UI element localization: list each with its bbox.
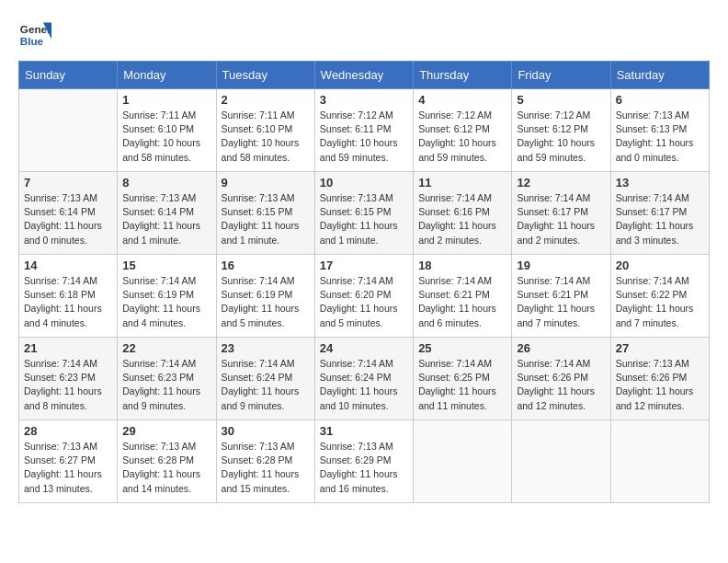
weekday-header-tuesday: Tuesday [216, 62, 314, 89]
day-info: Sunrise: 7:13 AM Sunset: 6:14 PM Dayligh… [122, 191, 210, 247]
calendar-cell: 8Sunrise: 7:13 AM Sunset: 6:14 PM Daylig… [118, 172, 216, 255]
calendar-cell: 12Sunrise: 7:14 AM Sunset: 6:17 PM Dayli… [512, 172, 610, 255]
day-info: Sunrise: 7:14 AM Sunset: 6:24 PM Dayligh… [222, 357, 310, 413]
day-info: Sunrise: 7:14 AM Sunset: 6:26 PM Dayligh… [517, 357, 605, 413]
day-info: Sunrise: 7:13 AM Sunset: 6:28 PM Dayligh… [222, 440, 310, 496]
calendar-week-3: 14Sunrise: 7:14 AM Sunset: 6:18 PM Dayli… [19, 255, 710, 338]
day-info: Sunrise: 7:13 AM Sunset: 6:14 PM Dayligh… [24, 191, 112, 247]
day-info: Sunrise: 7:14 AM Sunset: 6:17 PM Dayligh… [616, 191, 704, 247]
calendar-cell: 3Sunrise: 7:12 AM Sunset: 6:11 PM Daylig… [314, 89, 413, 172]
day-info: Sunrise: 7:14 AM Sunset: 6:21 PM Dayligh… [418, 274, 506, 330]
calendar-cell [610, 420, 709, 503]
day-number: 17 [320, 259, 408, 272]
calendar-cell: 6Sunrise: 7:13 AM Sunset: 6:13 PM Daylig… [610, 89, 709, 172]
calendar-cell: 21Sunrise: 7:14 AM Sunset: 6:23 PM Dayli… [19, 338, 118, 420]
day-number: 29 [122, 424, 210, 438]
day-number: 3 [320, 93, 408, 107]
calendar-cell: 28Sunrise: 7:13 AM Sunset: 6:27 PM Dayli… [19, 420, 118, 503]
calendar-week-5: 28Sunrise: 7:13 AM Sunset: 6:27 PM Dayli… [19, 420, 710, 503]
calendar-cell [19, 89, 118, 172]
day-info: Sunrise: 7:12 AM Sunset: 6:12 PM Dayligh… [517, 109, 605, 165]
day-info: Sunrise: 7:11 AM Sunset: 6:10 PM Dayligh… [122, 109, 210, 165]
calendar-week-2: 7Sunrise: 7:13 AM Sunset: 6:14 PM Daylig… [19, 172, 710, 255]
day-number: 25 [418, 341, 506, 355]
day-number: 26 [517, 341, 605, 355]
calendar-cell: 10Sunrise: 7:13 AM Sunset: 6:15 PM Dayli… [314, 172, 413, 255]
calendar-cell: 24Sunrise: 7:14 AM Sunset: 6:24 PM Dayli… [314, 338, 413, 420]
calendar-cell: 16Sunrise: 7:14 AM Sunset: 6:19 PM Dayli… [216, 255, 314, 338]
day-info: Sunrise: 7:14 AM Sunset: 6:25 PM Dayligh… [418, 357, 506, 413]
day-number: 9 [222, 176, 310, 190]
day-info: Sunrise: 7:14 AM Sunset: 6:24 PM Dayligh… [320, 357, 408, 413]
day-info: Sunrise: 7:14 AM Sunset: 6:22 PM Dayligh… [616, 274, 704, 330]
day-info: Sunrise: 7:14 AM Sunset: 6:19 PM Dayligh… [222, 274, 310, 330]
calendar-cell: 1Sunrise: 7:11 AM Sunset: 6:10 PM Daylig… [118, 89, 216, 172]
weekday-header-sunday: Sunday [19, 62, 118, 89]
calendar-cell: 14Sunrise: 7:14 AM Sunset: 6:18 PM Dayli… [19, 255, 118, 338]
day-number: 30 [222, 424, 310, 438]
day-info: Sunrise: 7:13 AM Sunset: 6:29 PM Dayligh… [320, 440, 408, 496]
calendar-cell: 31Sunrise: 7:13 AM Sunset: 6:29 PM Dayli… [314, 420, 413, 503]
calendar-cell: 2Sunrise: 7:11 AM Sunset: 6:10 PM Daylig… [216, 89, 314, 172]
calendar-cell: 18Sunrise: 7:14 AM Sunset: 6:21 PM Dayli… [414, 255, 512, 338]
svg-text:Blue: Blue [20, 35, 44, 47]
day-number: 7 [24, 176, 112, 190]
calendar-cell: 7Sunrise: 7:13 AM Sunset: 6:14 PM Daylig… [19, 172, 118, 255]
calendar-cell: 17Sunrise: 7:14 AM Sunset: 6:20 PM Dayli… [314, 255, 413, 338]
day-number: 23 [222, 341, 310, 355]
day-info: Sunrise: 7:13 AM Sunset: 6:15 PM Dayligh… [222, 191, 310, 247]
calendar-cell: 20Sunrise: 7:14 AM Sunset: 6:22 PM Dayli… [610, 255, 709, 338]
day-number: 11 [418, 176, 506, 190]
day-info: Sunrise: 7:11 AM Sunset: 6:10 PM Dayligh… [222, 109, 310, 165]
day-number: 22 [122, 341, 210, 355]
calendar-cell: 19Sunrise: 7:14 AM Sunset: 6:21 PM Dayli… [512, 255, 610, 338]
day-info: Sunrise: 7:14 AM Sunset: 6:16 PM Dayligh… [418, 191, 506, 247]
weekday-header-thursday: Thursday [414, 62, 512, 89]
day-number: 27 [616, 341, 704, 355]
day-info: Sunrise: 7:12 AM Sunset: 6:11 PM Dayligh… [320, 109, 408, 165]
page-header: General Blue [18, 18, 710, 52]
day-number: 20 [616, 259, 704, 272]
day-number: 15 [122, 259, 210, 272]
day-number: 2 [222, 93, 310, 107]
calendar-cell: 22Sunrise: 7:14 AM Sunset: 6:23 PM Dayli… [118, 338, 216, 420]
calendar-cell: 27Sunrise: 7:13 AM Sunset: 6:26 PM Dayli… [610, 338, 709, 420]
calendar-cell: 5Sunrise: 7:12 AM Sunset: 6:12 PM Daylig… [512, 89, 610, 172]
logo: General Blue [18, 18, 51, 52]
day-info: Sunrise: 7:14 AM Sunset: 6:23 PM Dayligh… [24, 357, 112, 413]
day-number: 16 [222, 259, 310, 272]
weekday-header-row: SundayMondayTuesdayWednesdayThursdayFrid… [19, 62, 710, 89]
day-number: 4 [418, 93, 506, 107]
day-info: Sunrise: 7:14 AM Sunset: 6:18 PM Dayligh… [24, 274, 112, 330]
day-number: 12 [517, 176, 605, 190]
day-info: Sunrise: 7:13 AM Sunset: 6:15 PM Dayligh… [320, 191, 408, 247]
weekday-header-friday: Friday [512, 62, 610, 89]
day-number: 28 [24, 424, 112, 438]
day-info: Sunrise: 7:14 AM Sunset: 6:17 PM Dayligh… [517, 191, 605, 247]
weekday-header-saturday: Saturday [610, 62, 709, 89]
day-info: Sunrise: 7:12 AM Sunset: 6:12 PM Dayligh… [418, 109, 506, 165]
day-number: 13 [616, 176, 704, 190]
day-info: Sunrise: 7:13 AM Sunset: 6:28 PM Dayligh… [122, 440, 210, 496]
calendar-cell: 13Sunrise: 7:14 AM Sunset: 6:17 PM Dayli… [610, 172, 709, 255]
day-number: 21 [24, 341, 112, 355]
weekday-header-wednesday: Wednesday [314, 62, 413, 89]
day-info: Sunrise: 7:13 AM Sunset: 6:27 PM Dayligh… [24, 440, 112, 496]
day-info: Sunrise: 7:13 AM Sunset: 6:26 PM Dayligh… [616, 357, 704, 413]
day-info: Sunrise: 7:14 AM Sunset: 6:20 PM Dayligh… [320, 274, 408, 330]
calendar-cell: 25Sunrise: 7:14 AM Sunset: 6:25 PM Dayli… [414, 338, 512, 420]
calendar-cell: 26Sunrise: 7:14 AM Sunset: 6:26 PM Dayli… [512, 338, 610, 420]
day-number: 8 [122, 176, 210, 190]
calendar-table: SundayMondayTuesdayWednesdayThursdayFrid… [18, 61, 710, 503]
day-number: 24 [320, 341, 408, 355]
day-info: Sunrise: 7:14 AM Sunset: 6:21 PM Dayligh… [517, 274, 605, 330]
day-info: Sunrise: 7:14 AM Sunset: 6:23 PM Dayligh… [122, 357, 210, 413]
calendar-cell: 4Sunrise: 7:12 AM Sunset: 6:12 PM Daylig… [414, 89, 512, 172]
day-number: 14 [24, 259, 112, 272]
day-info: Sunrise: 7:13 AM Sunset: 6:13 PM Dayligh… [616, 109, 704, 165]
day-number: 1 [122, 93, 210, 107]
day-number: 5 [517, 93, 605, 107]
calendar-cell: 30Sunrise: 7:13 AM Sunset: 6:28 PM Dayli… [216, 420, 314, 503]
calendar-cell: 29Sunrise: 7:13 AM Sunset: 6:28 PM Dayli… [118, 420, 216, 503]
calendar-cell: 15Sunrise: 7:14 AM Sunset: 6:19 PM Dayli… [118, 255, 216, 338]
